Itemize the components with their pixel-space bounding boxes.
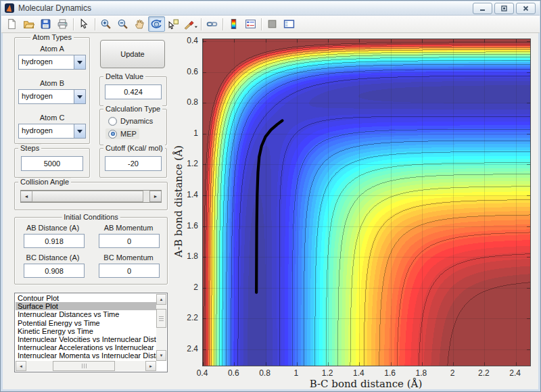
list-item[interactable]: Internuclear Velocities vs Internuclear …	[16, 335, 156, 343]
list-item[interactable]: Internuclear Accelerations vs Internucle…	[16, 343, 156, 351]
delta-value-field[interactable]: 0.424	[105, 84, 162, 99]
ab-distance-field[interactable]: 0.918	[24, 234, 85, 248]
bc-momentum-label: BC Momentum	[91, 253, 166, 262]
list-item[interactable]: Contour Plot	[16, 294, 156, 302]
x-tick-label: 0.6	[222, 368, 245, 378]
title-bar[interactable]: Molecular Dynamics	[1, 1, 540, 16]
atom-b-value: hydrogen	[22, 90, 73, 102]
bc-distance-field[interactable]: 0.908	[24, 264, 85, 278]
open-folder-icon[interactable]	[20, 16, 37, 32]
hscroll-thumb[interactable]	[53, 361, 115, 371]
list-item[interactable]: Potential Energy vs Time	[16, 319, 156, 327]
calculation-type-title: Calculation Type	[103, 105, 162, 113]
x-tick-label: 1.6	[379, 368, 402, 378]
y-tick-label: 2.4	[177, 344, 198, 353]
figure-window: Molecular Dynamics Atom Types Atom A hyd…	[0, 0, 541, 392]
list-item[interactable]: Internuclear Distances vs Time	[16, 310, 156, 318]
radio-dynamics[interactable]: Dynamics	[105, 116, 156, 126]
slider-left-arrow-icon[interactable]: ◄	[20, 191, 32, 202]
new-document-icon[interactable]	[3, 16, 20, 32]
rotate-3d-icon[interactable]	[148, 16, 165, 32]
zoom-out-icon[interactable]	[114, 16, 131, 32]
print-icon[interactable]	[54, 16, 71, 32]
slider-right-arrow-icon[interactable]: ►	[149, 191, 162, 202]
steps-title: Steps	[18, 144, 41, 152]
show-plot-tools-icon[interactable]	[281, 16, 298, 32]
y-axis-label: A-B bond distance (Å)	[172, 130, 185, 272]
slider-thumb[interactable]	[32, 191, 143, 202]
y-tick-label: 0.6	[177, 67, 198, 76]
steps-field[interactable]: 5000	[21, 156, 83, 171]
collision-angle-slider[interactable]: ◄ ►	[20, 190, 162, 203]
cutoff-panel: Cutoff (Kcal/ mol) -20	[99, 148, 167, 178]
radio-mep[interactable]: MEP	[105, 128, 139, 139]
update-button[interactable]: Update	[100, 40, 165, 68]
hide-plot-tools-icon[interactable]	[264, 16, 281, 32]
x-tick-label: 1	[285, 368, 308, 378]
window-title: Molecular Dynamics	[18, 3, 91, 13]
x-tick-label: 1.4	[347, 368, 370, 378]
y-tick-label: 0.8	[177, 97, 198, 107]
chevron-down-icon[interactable]	[74, 124, 85, 138]
vertical-scrollbar[interactable]: ▲ ▼	[156, 294, 166, 361]
ab-distance-label: AB Distance (A)	[15, 224, 91, 232]
list-item[interactable]: Surface Plot	[16, 302, 156, 310]
atom-a-label: Atom A	[15, 45, 89, 53]
ab-momentum-field[interactable]: 0	[99, 234, 160, 248]
x-tick-label: 1.2	[316, 368, 339, 378]
pan-hand-icon[interactable]	[131, 16, 148, 32]
atom-types-panel: Atom Types Atom A hydrogen Atom B hydrog…	[14, 37, 90, 144]
scroll-left-icon[interactable]: ◄	[16, 361, 26, 371]
y-tick-label: 0.4	[177, 36, 198, 45]
scroll-up-icon[interactable]: ▲	[156, 294, 166, 305]
toolbar-separator	[261, 18, 262, 30]
x-tick-label: 2.2	[472, 368, 495, 378]
plot-type-listbox[interactable]: Contour PlotSurface PlotInternuclear Dis…	[14, 293, 168, 372]
figure-toolbar	[1, 16, 540, 33]
insert-colorbar-icon[interactable]	[225, 16, 242, 32]
insert-legend-icon[interactable]	[242, 16, 259, 32]
cutoff-field[interactable]: -20	[105, 156, 162, 171]
bc-distance-label: BC Distance (A)	[15, 253, 91, 262]
atom-a-dropdown[interactable]: hydrogen	[18, 55, 86, 70]
chevron-down-icon[interactable]	[74, 90, 85, 103]
atom-types-title: Atom Types	[30, 33, 74, 41]
save-icon[interactable]	[37, 16, 54, 32]
atom-b-dropdown[interactable]: hydrogen	[18, 89, 86, 104]
atom-c-label: Atom C	[15, 114, 89, 122]
scroll-down-icon[interactable]: ▼	[156, 350, 166, 361]
link-plot-icon[interactable]	[204, 16, 220, 32]
x-tick-label: 0.8	[254, 368, 277, 378]
ab-momentum-label: AB Momentum	[91, 224, 166, 232]
vscroll-thumb[interactable]	[156, 309, 166, 328]
contour-plot-canvas[interactable]	[202, 39, 531, 366]
chevron-down-icon[interactable]	[74, 55, 85, 69]
y-tick-label: 2	[177, 283, 198, 292]
toolbar-separator	[222, 18, 223, 30]
x-tick-label: 2	[441, 368, 464, 378]
y-tick-label: 2.2	[177, 313, 198, 322]
initial-conditions-panel: Initial Conditions AB Distance (A) AB Mo…	[14, 217, 168, 285]
zoom-in-icon[interactable]	[97, 16, 114, 32]
list-item[interactable]: Kinetic Energy vs Time	[16, 327, 156, 335]
toolbar-separator	[95, 18, 95, 30]
atom-a-value: hydrogen	[22, 55, 73, 68]
data-cursor-icon[interactable]	[165, 16, 182, 32]
delta-value-panel: Delta Value 0.424	[99, 76, 167, 106]
radio-icon[interactable]	[108, 130, 117, 139]
brush-icon[interactable]	[182, 16, 199, 32]
radio-icon[interactable]	[108, 117, 117, 126]
horizontal-scrollbar[interactable]: ◄ ►	[16, 361, 156, 371]
atom-c-value: hydrogen	[22, 124, 73, 137]
edit-plot-arrow-icon[interactable]	[76, 16, 93, 32]
atom-c-dropdown[interactable]: hydrogen	[18, 124, 86, 139]
maximize-button[interactable]	[494, 3, 514, 14]
toolbar-separator	[73, 18, 74, 30]
close-button[interactable]	[516, 3, 536, 14]
list-item[interactable]: Internuclear Momenta vs Internuclear Dis…	[16, 351, 156, 360]
radio-mep-label: MEP	[120, 130, 137, 138]
scroll-right-icon[interactable]: ►	[145, 361, 156, 371]
matlab-figure-icon	[5, 3, 14, 13]
bc-momentum-field[interactable]: 0	[99, 264, 160, 278]
minimize-button[interactable]	[473, 3, 492, 14]
